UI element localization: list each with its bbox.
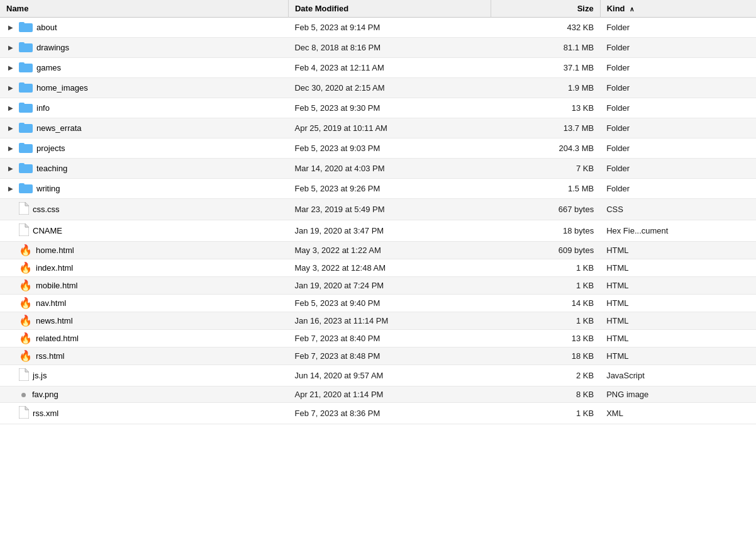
table-row[interactable]: 🔥home.htmlMay 3, 2022 at 1:22 AM609 byte… [0,242,756,259]
file-name: drawings [36,43,69,52]
cell-kind: HTML [600,312,756,330]
table-row[interactable]: CNAMEJan 19, 2020 at 3:47 PM18 bytesHex … [0,220,756,242]
table-row[interactable]: ▶ aboutFeb 5, 2023 at 9:14 PM432 KBFolde… [0,18,756,38]
svg-rect-15 [19,163,25,166]
table-row[interactable]: ▶ gamesFeb 4, 2023 at 12:11 AM37.1 MBFol… [0,58,756,78]
expand-arrow-icon[interactable]: ▶ [6,184,15,193]
expand-arrow-icon[interactable]: ▶ [6,104,15,113]
table-row[interactable]: 🔥index.htmlMay 3, 2022 at 12:48 AM1 KBHT… [0,259,756,277]
cell-date: Jun 14, 2020 at 9:57 AM [288,365,491,387]
cell-size: 2 KB [491,365,600,387]
expand-arrow-icon[interactable]: ▶ [6,43,15,52]
table-row[interactable]: css.cssMar 23, 2019 at 5:49 PM667 bytesC… [0,199,756,220]
file-icon: 🔥 [19,298,32,308]
html-file-icon: 🔥 [19,315,32,327]
cell-name: 🔥related.html [0,330,288,347]
table-row[interactable]: ▶ writingFeb 5, 2023 at 9:26 PM1.5 MBFol… [0,179,756,199]
file-name: games [36,63,61,72]
table-row[interactable]: ▶ home_imagesDec 30, 2020 at 2:15 AM1.9 … [0,78,756,98]
table-row[interactable]: fav.pngApr 21, 2020 at 1:14 PM8 KBPNG im… [0,387,756,403]
expand-arrow-icon [6,390,15,399]
table-row[interactable]: 🔥related.htmlFeb 7, 2023 at 8:40 PM13 KB… [0,330,756,347]
table-row[interactable]: 🔥rss.htmlFeb 7, 2023 at 8:48 PM18 KBHTML [0,347,756,365]
expand-arrow-icon[interactable]: ▶ [6,64,15,72]
expand-arrow-icon[interactable]: ▶ [6,23,15,32]
file-name: home_images [36,83,88,93]
cell-date: Mar 14, 2020 at 4:03 PM [288,159,491,179]
file-icon [19,368,29,383]
cell-date: Feb 7, 2023 at 8:40 PM [288,330,491,347]
table-row[interactable]: js.jsJun 14, 2020 at 9:57 AM2 KBJavaScri… [0,365,756,387]
cell-name: 🔥home.html [0,242,288,259]
cell-kind: HTML [600,295,756,312]
cell-date: May 3, 2022 at 1:22 AM [288,242,491,259]
table-row[interactable]: ▶ projectsFeb 5, 2023 at 9:03 PM204.3 MB… [0,138,756,159]
expand-arrow-icon [6,299,15,308]
file-name: mobile.html [36,281,77,290]
table-row[interactable]: ▶ drawingsDec 8, 2018 at 8:16 PM81.1 MBF… [0,38,756,58]
cell-name: ▶ home_images [0,78,288,98]
file-name: news_errata [36,123,82,133]
file-icon [19,390,28,399]
cell-kind: Folder [600,58,756,78]
col-header-size[interactable]: Size [491,0,600,18]
html-file-icon: 🔥 [19,350,32,362]
html-file-icon: 🔥 [19,244,32,256]
file-icon [19,21,33,34]
cell-name: 🔥nav.html [0,295,288,312]
file-name: rss.xml [33,409,58,418]
col-header-kind[interactable]: Kind ∧ [600,0,756,18]
cell-date: Apr 25, 2019 at 10:11 AM [288,118,491,138]
svg-rect-1 [19,22,25,25]
table-row[interactable]: ▶ teachingMar 14, 2020 at 4:03 PM7 KBFol… [0,159,756,179]
svg-rect-7 [19,82,25,86]
cell-kind: Folder [600,98,756,118]
expand-arrow-icon[interactable]: ▶ [6,144,15,153]
expand-arrow-icon [6,334,15,343]
svg-rect-13 [19,143,25,146]
expand-arrow-icon [6,371,15,380]
table-row[interactable]: rss.xmlFeb 7, 2023 at 8:36 PM1 KBXML [0,403,756,424]
cell-name: ▶ drawings [0,38,288,58]
cell-kind: Hex Fie...cument [600,220,756,242]
col-header-date[interactable]: Date Modified [288,0,491,18]
file-icon [19,162,33,175]
expand-arrow-icon [6,264,15,273]
table-row[interactable]: ▶ news_errataApr 25, 2019 at 10:11 AM13.… [0,118,756,138]
file-icon: 🔥 [19,333,32,344]
cell-kind: Folder [600,138,756,159]
cell-size: 1 KB [491,312,600,330]
table-header-row: Name Date Modified Size Kind ∧ [0,0,756,18]
cell-date: Dec 8, 2018 at 8:16 PM [288,38,491,58]
cell-date: Feb 5, 2023 at 9:40 PM [288,295,491,312]
cell-size: 8 KB [491,387,600,403]
cell-name: ▶ news_errata [0,118,288,138]
expand-arrow-icon[interactable]: ▶ [6,84,15,93]
cell-name: ▶ games [0,58,288,78]
cell-size: 7 KB [491,159,600,179]
table-row[interactable]: ▶ infoFeb 5, 2023 at 9:30 PM13 KBFolder [0,98,756,118]
table-row[interactable]: 🔥news.htmlJan 16, 2023 at 11:14 PM1 KBHT… [0,312,756,330]
file-name: writing [36,184,60,193]
file-table-body: ▶ aboutFeb 5, 2023 at 9:14 PM432 KBFolde… [0,18,756,424]
cell-kind: HTML [600,330,756,347]
table-row[interactable]: 🔥mobile.htmlJan 19, 2020 at 7:24 PM1 KBH… [0,277,756,295]
cell-kind: Folder [600,179,756,199]
expand-arrow-icon[interactable]: ▶ [6,164,15,173]
file-name: home.html [36,246,74,255]
table-row[interactable]: 🔥nav.htmlFeb 5, 2023 at 9:40 PM14 KBHTML [0,295,756,312]
file-icon [19,41,33,54]
cell-size: 1.5 MB [491,179,600,199]
cell-date: Feb 5, 2023 at 9:03 PM [288,138,491,159]
cell-date: Mar 23, 2019 at 5:49 PM [288,199,491,220]
svg-rect-5 [19,62,25,65]
dot-icon [21,393,26,397]
expand-arrow-icon [6,317,15,325]
file-name: related.html [36,334,79,343]
cell-date: Feb 7, 2023 at 8:36 PM [288,403,491,424]
cell-name: 🔥rss.html [0,347,288,365]
col-header-name[interactable]: Name [0,0,288,18]
cell-date: Feb 5, 2023 at 9:14 PM [288,18,491,38]
expand-arrow-icon[interactable]: ▶ [6,124,15,133]
file-icon [19,61,33,74]
